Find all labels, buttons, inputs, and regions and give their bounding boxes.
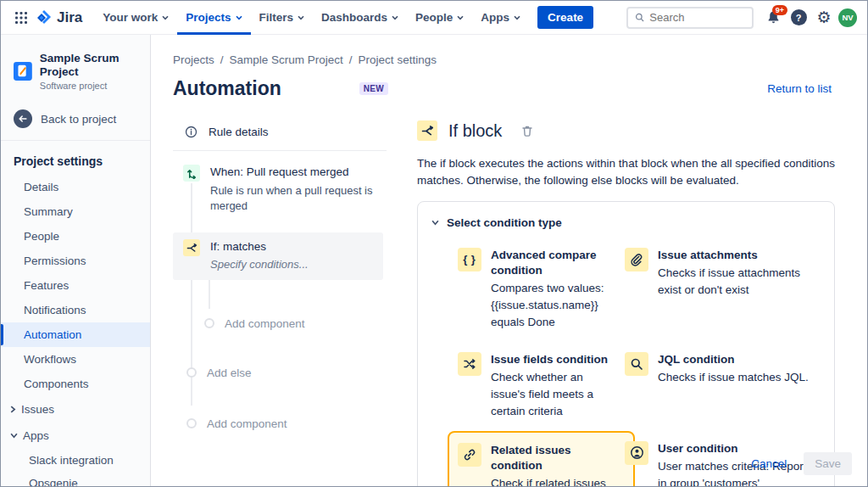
delete-block-trash-icon[interactable] (520, 123, 535, 139)
condition-title: If: matches (210, 239, 380, 255)
notifications-bell-icon[interactable]: 9+ (760, 5, 786, 31)
new-badge: NEW (359, 82, 388, 95)
trigger-desc: Rule is run when a pull request is merge… (210, 183, 380, 216)
condition-text: Advanced compare condition Compares two … (491, 248, 618, 332)
return-to-list-link[interactable]: Return to list (767, 82, 832, 95)
magnifier-icon (625, 352, 648, 376)
settings-gear-icon[interactable]: ⚙ (811, 5, 837, 31)
help-icon[interactable]: ? (786, 5, 811, 31)
chevron-down-icon (10, 433, 18, 439)
chevron-down-icon (162, 15, 169, 20)
breadcrumb-projects[interactable]: Projects (173, 53, 214, 66)
trigger-node-when[interactable]: When: Pull request merged Rule is run wh… (173, 165, 387, 215)
create-button[interactable]: Create (537, 6, 593, 29)
condition-desc: Check if related issues exist or match J… (491, 475, 618, 487)
sidebar-item-people[interactable]: People (1, 224, 150, 249)
select-heading-label: Select condition type (447, 216, 562, 229)
condition-title: Issue attachments (658, 248, 821, 263)
sidebar-item-slack-integration[interactable]: Slack integration (1, 449, 150, 472)
breadcrumb-settings[interactable]: Project settings (359, 53, 437, 66)
primary-nav: Your work Projects Filters Dashboards Pe… (94, 1, 529, 35)
page-header: Automation NEW Return to list (173, 77, 847, 100)
add-node-circle-icon (204, 318, 214, 328)
project-avatar-icon (14, 60, 32, 82)
project-title-block: Sample Scrum Project Software project (40, 52, 142, 91)
back-arrow-icon (14, 109, 32, 128)
condition-desc: Compares two values: {{issue.status.name… (491, 280, 618, 332)
sidebar-item-automation[interactable]: Automation (1, 322, 150, 347)
add-else[interactable]: Add else (173, 367, 387, 379)
nav-filters[interactable]: Filters (251, 1, 314, 35)
back-to-project[interactable]: Back to project (1, 109, 150, 128)
add-node-circle-icon (186, 367, 197, 378)
breadcrumb-project[interactable]: Sample Scrum Project (230, 53, 343, 66)
add-component-child[interactable]: Add component (173, 317, 387, 330)
add-component-label: Add component (225, 317, 305, 330)
condition-jql[interactable]: JQL condition Checks if issue matches JQ… (625, 352, 821, 386)
condition-desc: Checks if issue matches JQL. (658, 369, 821, 386)
cancel-button[interactable]: Cancel (751, 457, 787, 470)
add-component-label: Add component (207, 417, 287, 430)
sidebar-group-issues[interactable]: Issues (1, 396, 150, 423)
sidebar-item-summary[interactable]: Summary (1, 199, 150, 224)
braces-icon: { } (458, 248, 481, 271)
select-condition-type-toggle[interactable]: Select condition type (431, 216, 821, 229)
back-label: Back to project (41, 113, 116, 126)
page-title: Automation (173, 77, 281, 100)
nav-your-work[interactable]: Your work (94, 1, 177, 35)
project-type: Software project (40, 81, 142, 91)
nav-label: Dashboards (321, 11, 387, 24)
paperclip-icon (625, 248, 648, 271)
footer-actions: Cancel Save (751, 452, 852, 475)
chevron-right-icon (10, 406, 16, 413)
branch-condition-icon (417, 120, 437, 141)
chevron-down-icon (514, 15, 520, 20)
rule-details-item[interactable]: Rule details (173, 120, 387, 150)
group-label: Apps (23, 429, 49, 442)
user-avatar[interactable]: NV (838, 8, 857, 27)
condition-grid: { } Advanced compare condition Compares … (458, 248, 821, 487)
save-button[interactable]: Save (804, 452, 852, 475)
condition-node-if[interactable]: If: matches Specify conditions... (173, 232, 383, 279)
user-icon (625, 441, 648, 465)
breadcrumb-separator: / (349, 53, 353, 66)
sidebar-group-apps[interactable]: Apps (1, 423, 150, 449)
sidebar-item-notifications[interactable]: Notifications (1, 298, 150, 322)
sidebar-item-opsgenie[interactable]: Opsgenie (1, 472, 150, 486)
sidebar-item-components[interactable]: Components (1, 372, 150, 396)
nav-label: Apps (481, 11, 509, 24)
rule-details-label: Rule details (209, 126, 269, 138)
search-input[interactable] (649, 11, 745, 24)
detail-description: The if block executes the actions within… (417, 155, 849, 190)
sidebar-item-features[interactable]: Features (1, 273, 150, 298)
condition-title: Issue fields condition (491, 352, 618, 367)
nav-people[interactable]: People (407, 1, 472, 35)
condition-text: Issue attachments Checks if issue attach… (658, 248, 821, 299)
condition-advanced-compare[interactable]: { } Advanced compare condition Compares … (458, 248, 625, 332)
sidebar-item-workflows[interactable]: Workflows (1, 347, 150, 372)
nav-label: People (415, 11, 453, 24)
condition-issue-fields[interactable]: Issue fields condition Check whether an … (458, 352, 625, 421)
add-else-label: Add else (207, 367, 252, 379)
shuffle-icon (458, 352, 481, 376)
branch-condition-icon (183, 239, 200, 256)
add-component[interactable]: Add component (173, 417, 387, 430)
link-icon (458, 443, 481, 467)
merge-trigger-icon (183, 165, 200, 182)
condition-related-issues[interactable]: Related issues condition Check if relate… (448, 431, 635, 487)
jira-logo[interactable]: Jira (35, 8, 82, 27)
nav-projects[interactable]: Projects (177, 1, 250, 35)
chevron-down-icon (431, 220, 439, 226)
top-navigation: Jira Your work Projects Filters Dashboar… (1, 1, 867, 35)
app-switcher-icon[interactable] (9, 6, 33, 30)
global-search[interactable] (626, 7, 754, 29)
sidebar-item-details[interactable]: Details (1, 175, 150, 199)
condition-issue-attachments[interactable]: Issue attachments Checks if issue attach… (625, 248, 821, 299)
nav-apps[interactable]: Apps (472, 1, 529, 35)
sidebar-item-permissions[interactable]: Permissions (1, 249, 150, 273)
node-text: If: matches Specify conditions... (210, 239, 380, 272)
rule-tree: When: Pull request merged Rule is run wh… (173, 165, 387, 430)
search-icon (635, 12, 644, 23)
chevron-down-icon (392, 15, 398, 20)
nav-dashboards[interactable]: Dashboards (313, 1, 407, 35)
